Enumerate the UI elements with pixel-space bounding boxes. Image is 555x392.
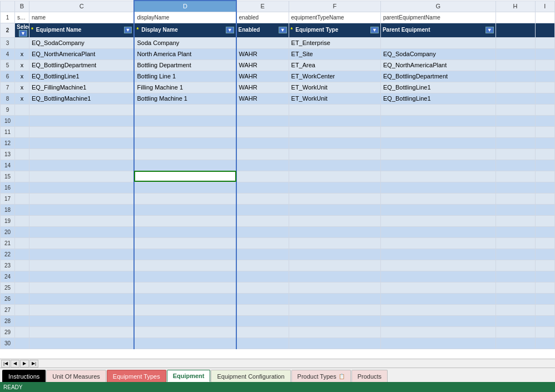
cell-C8[interactable]: EQ_BottlingMachine1: [29, 93, 134, 104]
cell-H7[interactable]: [495, 82, 535, 93]
cell-F1[interactable]: equipmentTypeName: [289, 12, 380, 23]
cell-F4[interactable]: ET_Site: [289, 48, 380, 59]
cell-D15[interactable]: [134, 171, 236, 182]
row-num-3: 3: [1, 37, 15, 48]
nav-last-btn[interactable]: ▶|: [29, 360, 38, 368]
nav-next-btn[interactable]: ▶: [20, 360, 29, 368]
tab-equipment-types[interactable]: Equipment Types: [107, 370, 166, 382]
cell-F7[interactable]: ET_WorkUnit: [289, 82, 380, 93]
col-B-header[interactable]: B: [14, 1, 29, 12]
filter-C2[interactable]: * Equipment Name ▼: [29, 23, 134, 37]
col-H-header[interactable]: H: [495, 1, 535, 12]
cell-H8[interactable]: [495, 93, 535, 104]
cell-C7[interactable]: EQ_FillingMachine1: [29, 82, 134, 93]
filter-G2[interactable]: Parent Equipment ▼: [380, 23, 495, 37]
nav-prev-btn[interactable]: ◀: [11, 360, 19, 368]
cell-G6[interactable]: EQ_BottlingDepartment: [380, 71, 495, 82]
cell-H1[interactable]: [495, 12, 535, 23]
filter-B2-btn[interactable]: ▼: [19, 30, 27, 37]
cell-G1[interactable]: parentEquipmentName: [380, 12, 495, 23]
filter-F2[interactable]: * Equipment Type ▼: [289, 23, 380, 37]
cell-B5[interactable]: x: [14, 59, 29, 71]
cell-C1[interactable]: name: [29, 12, 134, 23]
cell-G4[interactable]: EQ_SodaCompany: [380, 48, 495, 59]
cell-D6[interactable]: Bottling Line 1: [134, 71, 236, 82]
cell-I5[interactable]: [535, 59, 554, 71]
filter-E2-label: Enabled: [239, 27, 260, 33]
table-row: 23: [1, 260, 555, 271]
filter-E2[interactable]: Enabled ▼: [236, 23, 289, 37]
tab-equipment-label: Equipment: [173, 373, 205, 379]
cell-E6[interactable]: WAHR: [236, 71, 289, 82]
cell-I1[interactable]: [535, 12, 554, 23]
cell-D7[interactable]: Filling Machine 1: [134, 82, 236, 93]
status-bar: READY: [0, 382, 555, 392]
tab-unit-of-measures[interactable]: Unit Of Measures: [46, 370, 106, 382]
cell-E1[interactable]: enabled: [236, 12, 289, 23]
cell-I6[interactable]: [535, 71, 554, 82]
cell-C6[interactable]: EQ_BottlingLine1: [29, 71, 134, 82]
cell-F5[interactable]: ET_Area: [289, 59, 380, 71]
cell-H5[interactable]: [495, 59, 535, 71]
tab-products[interactable]: Products: [351, 370, 388, 382]
tab-equipment[interactable]: Equipment: [167, 370, 211, 382]
cell-G7[interactable]: EQ_BottlingLine1: [380, 82, 495, 93]
filter-C2-btn[interactable]: ▼: [124, 27, 132, 33]
col-I-header[interactable]: I: [535, 1, 554, 12]
cell-D4[interactable]: North America Plant: [134, 48, 236, 59]
cell-B6[interactable]: x: [14, 71, 29, 82]
cell-C5[interactable]: EQ_BottlingDepartment: [29, 59, 134, 71]
filter-D2-btn[interactable]: ▼: [226, 27, 234, 33]
col-G-header[interactable]: G: [380, 1, 495, 12]
filter-B2[interactable]: Selected ▼: [14, 23, 29, 37]
col-C-header[interactable]: C: [29, 1, 134, 12]
cell-I4[interactable]: [535, 48, 554, 59]
tab-equipment-config[interactable]: Equipment Configuration: [211, 370, 290, 382]
cell-F3[interactable]: ET_Enterprise: [289, 37, 380, 48]
cell-I3[interactable]: [535, 37, 554, 48]
cell-G3[interactable]: [380, 37, 495, 48]
cell-C3[interactable]: EQ_SodaCompany: [29, 37, 134, 48]
filter-D2[interactable]: * Display Name ▼: [134, 23, 236, 37]
cell-D1[interactable]: displayName: [134, 12, 236, 23]
cell-D3[interactable]: Soda Company: [134, 37, 236, 48]
cell-E4[interactable]: WAHR: [236, 48, 289, 59]
spreadsheet-scroll[interactable]: B C D E F G H I 1 selected name displayN…: [0, 0, 555, 359]
cell-C4[interactable]: EQ_NorthAmericaPlant: [29, 48, 134, 59]
cell-E5[interactable]: WAHR: [236, 59, 289, 71]
tab-instructions[interactable]: Instructions: [2, 370, 46, 382]
filter-F2-btn[interactable]: ▼: [370, 27, 379, 33]
cell-E3[interactable]: [236, 37, 289, 48]
required-C2: *: [31, 27, 33, 33]
cell-E7[interactable]: WAHR: [236, 82, 289, 93]
cell-H4[interactable]: [495, 48, 535, 59]
cell-G5[interactable]: EQ_NorthAmericaPlant: [380, 59, 495, 71]
cell-D5[interactable]: Bottling Department: [134, 59, 236, 71]
filter-G2-btn[interactable]: ▼: [485, 27, 494, 33]
cell-H3[interactable]: [495, 37, 535, 48]
tab-product-types[interactable]: Product Types 📋: [291, 370, 351, 382]
cell-F6[interactable]: ET_WorkCenter: [289, 71, 380, 82]
filter-E2-btn[interactable]: ▼: [279, 27, 287, 33]
nav-first-btn[interactable]: |◀: [1, 360, 10, 368]
table-row: 10: [1, 115, 555, 126]
cell-B1[interactable]: selected: [14, 12, 29, 23]
cell-G8[interactable]: EQ_BottlingLine1: [380, 93, 495, 104]
cell-H6[interactable]: [495, 71, 535, 82]
cell-D8[interactable]: Bottling Machine 1: [134, 93, 236, 104]
cell-I8[interactable]: [535, 93, 554, 104]
table-row: 3 EQ_SodaCompany Soda Company ET_Enterpr…: [1, 37, 555, 48]
cell-B3[interactable]: [14, 37, 29, 48]
cell-B7[interactable]: x: [14, 82, 29, 93]
cell-F8[interactable]: ET_WorkUnit: [289, 93, 380, 104]
col-D-header[interactable]: D: [134, 1, 236, 12]
table-row: 28: [1, 315, 555, 326]
cell-I7[interactable]: [535, 82, 554, 93]
cell-B8[interactable]: x: [14, 93, 29, 104]
col-E-header[interactable]: E: [236, 1, 289, 12]
filter-D2-label: Display Name: [141, 27, 178, 33]
cell-E8[interactable]: WAHR: [236, 93, 289, 104]
col-F-header[interactable]: F: [289, 1, 380, 12]
cell-B4[interactable]: x: [14, 48, 29, 59]
table-row: 21: [1, 237, 555, 249]
